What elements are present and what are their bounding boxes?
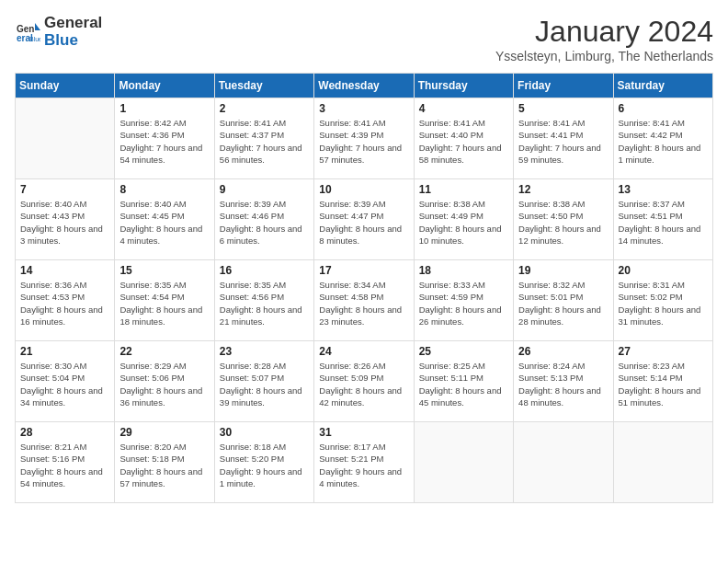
- cell-info: Sunrise: 8:17 AMSunset: 5:21 PMDaylight:…: [319, 441, 408, 489]
- cell-info: Sunrise: 8:32 AMSunset: 5:01 PMDaylight:…: [518, 279, 608, 327]
- cell-info: Sunrise: 8:35 AMSunset: 4:54 PMDaylight:…: [119, 279, 209, 327]
- day-number: 22: [119, 345, 209, 358]
- calendar-cell: 10Sunrise: 8:39 AMSunset: 4:47 PMDayligh…: [314, 179, 414, 260]
- cell-info: Sunrise: 8:38 AMSunset: 4:50 PMDaylight:…: [518, 198, 608, 247]
- logo-line1: General: [44, 15, 102, 32]
- calendar-cell: 12Sunrise: 8:38 AMSunset: 4:50 PMDayligh…: [514, 179, 613, 260]
- cell-info: Sunrise: 8:38 AMSunset: 4:49 PMDaylight:…: [419, 198, 508, 247]
- day-number: 21: [20, 345, 109, 358]
- calendar-cell: 6Sunrise: 8:41 AMSunset: 4:42 PMDaylight…: [613, 98, 712, 179]
- location: Ysselsteyn, Limburg, The Netherlands: [495, 49, 713, 63]
- day-number: 23: [220, 345, 309, 358]
- day-number: 13: [619, 183, 708, 196]
- page-header: Gen eral Blue General Blue January 2024 …: [15, 15, 713, 63]
- cell-info: Sunrise: 8:24 AMSunset: 5:13 PMDaylight:…: [518, 360, 608, 408]
- cell-info: Sunrise: 8:18 AMSunset: 5:20 PMDaylight:…: [220, 441, 309, 489]
- calendar-cell: 31Sunrise: 8:17 AMSunset: 5:21 PMDayligh…: [314, 422, 414, 503]
- day-number: 9: [220, 183, 309, 196]
- weekday-header-tuesday: Tuesday: [214, 74, 313, 98]
- logo-icon: Gen eral Blue: [15, 19, 40, 45]
- cell-info: Sunrise: 8:25 AMSunset: 5:11 PMDaylight:…: [419, 360, 508, 408]
- weekday-header-sunday: Sunday: [16, 74, 115, 98]
- calendar-cell: 13Sunrise: 8:37 AMSunset: 4:51 PMDayligh…: [613, 179, 712, 260]
- day-number: 10: [319, 183, 408, 196]
- day-number: 11: [419, 183, 508, 196]
- logo-line2: Blue: [44, 32, 102, 50]
- logo: Gen eral Blue General Blue: [15, 15, 102, 49]
- day-number: 30: [220, 426, 309, 439]
- day-number: 24: [319, 345, 408, 358]
- cell-info: Sunrise: 8:26 AMSunset: 5:09 PMDaylight:…: [319, 360, 408, 408]
- day-number: 7: [20, 183, 109, 196]
- week-row-3: 21Sunrise: 8:30 AMSunset: 5:04 PMDayligh…: [16, 341, 713, 422]
- calendar-cell: 1Sunrise: 8:42 AMSunset: 4:36 PMDaylight…: [115, 98, 214, 179]
- calendar-cell: 25Sunrise: 8:25 AMSunset: 5:11 PMDayligh…: [414, 341, 513, 422]
- calendar-cell: 22Sunrise: 8:29 AMSunset: 5:06 PMDayligh…: [115, 341, 214, 422]
- day-number: 19: [518, 264, 608, 277]
- calendar-cell: 9Sunrise: 8:39 AMSunset: 4:46 PMDaylight…: [214, 179, 313, 260]
- calendar-cell: 19Sunrise: 8:32 AMSunset: 5:01 PMDayligh…: [514, 260, 613, 341]
- day-number: 31: [319, 426, 408, 439]
- cell-info: Sunrise: 8:30 AMSunset: 5:04 PMDaylight:…: [20, 360, 109, 408]
- cell-info: Sunrise: 8:41 AMSunset: 4:40 PMDaylight:…: [419, 117, 508, 166]
- cell-info: Sunrise: 8:41 AMSunset: 4:39 PMDaylight:…: [319, 117, 408, 166]
- cell-info: Sunrise: 8:35 AMSunset: 4:56 PMDaylight:…: [220, 279, 309, 327]
- cell-info: Sunrise: 8:28 AMSunset: 5:07 PMDaylight:…: [220, 360, 309, 408]
- calendar-cell: 16Sunrise: 8:35 AMSunset: 4:56 PMDayligh…: [214, 260, 313, 341]
- week-row-0: 1Sunrise: 8:42 AMSunset: 4:36 PMDaylight…: [16, 98, 713, 179]
- calendar-cell: 2Sunrise: 8:41 AMSunset: 4:37 PMDaylight…: [214, 98, 313, 179]
- calendar-cell: 8Sunrise: 8:40 AMSunset: 4:45 PMDaylight…: [115, 179, 214, 260]
- cell-info: Sunrise: 8:20 AMSunset: 5:18 PMDaylight:…: [119, 441, 209, 489]
- day-number: 6: [619, 102, 708, 115]
- day-number: 28: [20, 426, 109, 439]
- calendar-cell: [414, 422, 513, 503]
- day-number: 20: [619, 264, 708, 277]
- calendar-cell: 28Sunrise: 8:21 AMSunset: 5:16 PMDayligh…: [16, 422, 115, 503]
- calendar-cell: 21Sunrise: 8:30 AMSunset: 5:04 PMDayligh…: [16, 341, 115, 422]
- cell-info: Sunrise: 8:33 AMSunset: 4:59 PMDaylight:…: [419, 279, 508, 327]
- calendar-table: SundayMondayTuesdayWednesdayThursdayFrid…: [15, 73, 713, 503]
- day-number: 4: [419, 102, 508, 115]
- title-block: January 2024 Ysselsteyn, Limburg, The Ne…: [495, 15, 713, 63]
- weekday-header-saturday: Saturday: [613, 74, 712, 98]
- cell-info: Sunrise: 8:40 AMSunset: 4:43 PMDaylight:…: [20, 198, 109, 247]
- calendar-cell: 27Sunrise: 8:23 AMSunset: 5:14 PMDayligh…: [613, 341, 712, 422]
- cell-info: Sunrise: 8:39 AMSunset: 4:46 PMDaylight:…: [220, 198, 309, 247]
- cell-info: Sunrise: 8:39 AMSunset: 4:47 PMDaylight:…: [319, 198, 408, 247]
- weekday-header-friday: Friday: [514, 74, 613, 98]
- calendar-cell: 14Sunrise: 8:36 AMSunset: 4:53 PMDayligh…: [16, 260, 115, 341]
- day-number: 14: [20, 264, 109, 277]
- day-number: 29: [119, 426, 209, 439]
- day-number: 8: [119, 183, 209, 196]
- calendar-cell: [16, 98, 115, 179]
- weekday-header-thursday: Thursday: [414, 74, 513, 98]
- calendar-cell: 7Sunrise: 8:40 AMSunset: 4:43 PMDaylight…: [16, 179, 115, 260]
- svg-marker-2: [35, 23, 40, 30]
- day-number: 25: [419, 345, 508, 358]
- cell-info: Sunrise: 8:40 AMSunset: 4:45 PMDaylight:…: [119, 198, 209, 247]
- calendar-cell: 5Sunrise: 8:41 AMSunset: 4:41 PMDaylight…: [514, 98, 613, 179]
- calendar-cell: 24Sunrise: 8:26 AMSunset: 5:09 PMDayligh…: [314, 341, 414, 422]
- day-number: 5: [518, 102, 608, 115]
- calendar-cell: 20Sunrise: 8:31 AMSunset: 5:02 PMDayligh…: [613, 260, 712, 341]
- month-title: January 2024: [495, 15, 713, 49]
- cell-info: Sunrise: 8:23 AMSunset: 5:14 PMDaylight:…: [619, 360, 708, 408]
- week-row-4: 28Sunrise: 8:21 AMSunset: 5:16 PMDayligh…: [16, 422, 713, 503]
- calendar-cell: 15Sunrise: 8:35 AMSunset: 4:54 PMDayligh…: [115, 260, 214, 341]
- svg-text:Blue: Blue: [29, 36, 40, 42]
- calendar-cell: 18Sunrise: 8:33 AMSunset: 4:59 PMDayligh…: [414, 260, 513, 341]
- day-number: 17: [319, 264, 408, 277]
- calendar-cell: 29Sunrise: 8:20 AMSunset: 5:18 PMDayligh…: [115, 422, 214, 503]
- week-row-1: 7Sunrise: 8:40 AMSunset: 4:43 PMDaylight…: [16, 179, 713, 260]
- day-number: 3: [319, 102, 408, 115]
- calendar-cell: 30Sunrise: 8:18 AMSunset: 5:20 PMDayligh…: [214, 422, 313, 503]
- calendar-cell: [514, 422, 613, 503]
- day-number: 15: [119, 264, 209, 277]
- weekday-header-wednesday: Wednesday: [314, 74, 414, 98]
- weekday-header-monday: Monday: [115, 74, 214, 98]
- calendar-cell: 3Sunrise: 8:41 AMSunset: 4:39 PMDaylight…: [314, 98, 414, 179]
- day-number: 12: [518, 183, 608, 196]
- calendar-cell: 17Sunrise: 8:34 AMSunset: 4:58 PMDayligh…: [314, 260, 414, 341]
- day-number: 18: [419, 264, 508, 277]
- cell-info: Sunrise: 8:37 AMSunset: 4:51 PMDaylight:…: [619, 198, 708, 247]
